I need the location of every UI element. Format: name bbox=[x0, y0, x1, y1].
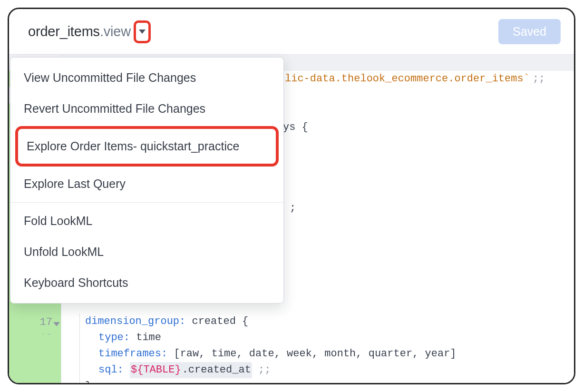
menu-item-fold-lookml[interactable]: Fold LookML bbox=[10, 206, 283, 236]
code-line: ed_days { bbox=[252, 119, 574, 136]
menu-item-keyboard-shortcuts[interactable]: Keyboard Shortcuts bbox=[10, 267, 283, 298]
line-number: 17 bbox=[40, 316, 52, 328]
code-line: lic-data.thelook_ecommerce.order_items` … bbox=[285, 71, 574, 87]
menu-item-view-changes[interactable]: View Uncommitted File Changes bbox=[10, 62, 283, 93]
saved-button[interactable]: Saved bbox=[498, 19, 561, 44]
code-line: ; bbox=[290, 200, 574, 216]
menu-item-explore-last-query[interactable]: Explore Last Query bbox=[10, 168, 283, 199]
caret-down-icon bbox=[139, 29, 146, 34]
fold-icon[interactable] bbox=[53, 322, 60, 326]
code-line: type: time bbox=[98, 330, 574, 346]
menu-divider bbox=[10, 202, 283, 203]
file-ext: .view bbox=[100, 24, 131, 39]
file-stem: order_items bbox=[28, 24, 100, 39]
menu-item-explore-order-items[interactable]: Explore Order Items- quickstart_practice bbox=[15, 126, 279, 167]
header-bar: order_items.view Saved bbox=[9, 9, 574, 55]
code-line: dimension_group: created { bbox=[85, 314, 574, 330]
file-title: order_items.view bbox=[28, 24, 131, 39]
code-line: timeframes: [raw, time, date, week, mont… bbox=[98, 346, 574, 362]
file-menu-trigger[interactable] bbox=[134, 20, 151, 43]
app-window: order_items.view Saved 17 18 19 20 21 bbox=[8, 8, 575, 384]
file-title-wrap: order_items.view bbox=[28, 20, 151, 43]
code-line: ; bbox=[261, 184, 574, 200]
code-line: } bbox=[85, 378, 574, 384]
menu-item-revert-changes[interactable]: Revert Uncommitted File Changes bbox=[10, 93, 283, 124]
file-context-menu: View Uncommitted File Changes Revert Unc… bbox=[10, 57, 284, 304]
code-line: sql: ${TABLE}.created_at ;; bbox=[98, 362, 574, 378]
menu-item-unfold-lookml[interactable]: Unfold LookML bbox=[10, 236, 283, 267]
